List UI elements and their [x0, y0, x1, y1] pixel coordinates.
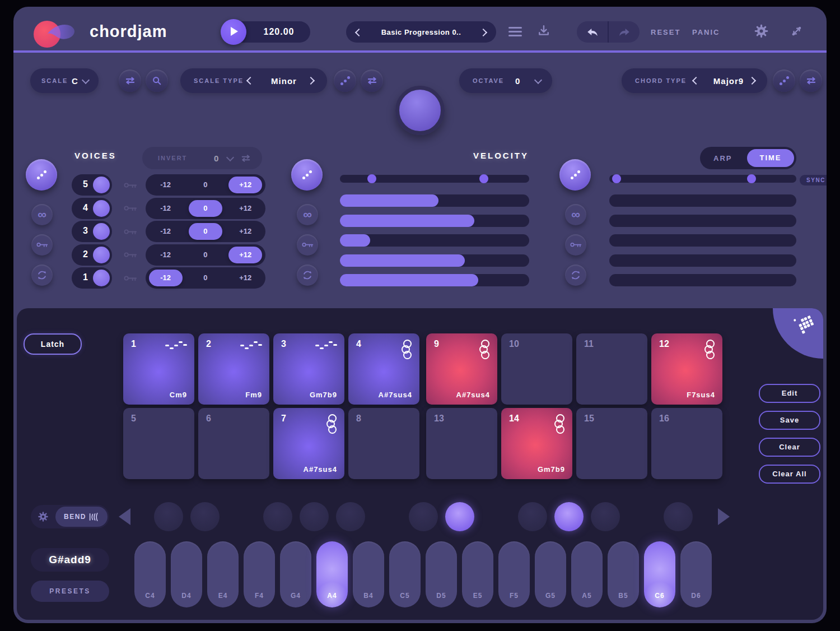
voice-offset-selector[interactable]: -120+12: [146, 244, 265, 266]
offset-option[interactable]: 0: [189, 247, 222, 263]
voice-offset-selector[interactable]: -120+12: [146, 221, 265, 242]
scale-swap-button[interactable]: [119, 69, 141, 92]
voices-keylock-button[interactable]: [31, 234, 53, 256]
offset-option[interactable]: +12: [228, 270, 262, 286]
velocity-infinity-button[interactable]: ∞: [297, 204, 318, 225]
time-keylock-button[interactable]: [565, 234, 586, 256]
key-F4[interactable]: F4: [244, 541, 275, 607]
clear-button[interactable]: Clear: [759, 438, 820, 457]
key-F5[interactable]: F5: [498, 541, 530, 607]
menu-icon[interactable]: [508, 27, 522, 39]
key-E5[interactable]: E5: [462, 541, 493, 607]
edit-button[interactable]: Edit: [759, 384, 820, 403]
preset-next-icon[interactable]: [479, 29, 487, 36]
gear-icon[interactable]: [38, 511, 49, 522]
chord-type-swap-button[interactable]: [800, 69, 822, 92]
black-key[interactable]: [518, 502, 547, 531]
time-infinity-button[interactable]: ∞: [565, 204, 586, 225]
bend-button[interactable]: BEND: [55, 507, 108, 527]
pad-12[interactable]: 12F7sus4: [651, 333, 722, 405]
pad-1[interactable]: 1Cm9: [123, 333, 194, 405]
pad-2[interactable]: 2Fm9: [198, 333, 269, 405]
time-slider[interactable]: [609, 194, 796, 207]
time-slider[interactable]: [609, 234, 796, 247]
chevron-down-icon[interactable]: [534, 76, 542, 84]
offset-option[interactable]: -12: [149, 223, 183, 240]
offset-option[interactable]: -12: [149, 247, 183, 263]
preset-selector[interactable]: Basic Progression 0..: [346, 21, 496, 43]
pad-4[interactable]: 4A#7sus4: [348, 333, 419, 405]
voice-offset-selector[interactable]: -120+12: [146, 198, 265, 219]
pad-16[interactable]: 16: [651, 408, 722, 479]
preset-prev-icon[interactable]: [355, 29, 363, 36]
scale-value[interactable]: C: [72, 76, 78, 86]
key-C6[interactable]: C6: [644, 541, 675, 607]
black-key[interactable]: [664, 502, 693, 531]
key-C5[interactable]: C5: [389, 541, 421, 607]
redo-button[interactable]: [609, 21, 640, 43]
time-random-knob[interactable]: [559, 159, 591, 191]
velocity-keylock-button[interactable]: [297, 234, 318, 256]
black-key[interactable]: [409, 502, 438, 531]
voice-toggle[interactable]: [93, 177, 110, 193]
chord-type-prev-icon[interactable]: [692, 77, 700, 85]
voice-offset-selector[interactable]: -120+12: [146, 267, 265, 289]
keyboard-next-icon[interactable]: [718, 508, 730, 525]
key-A5[interactable]: A5: [571, 541, 603, 607]
range-handle-high[interactable]: [479, 174, 488, 183]
offset-option[interactable]: +12: [228, 223, 262, 240]
pad-15[interactable]: 15: [576, 408, 647, 479]
time-slider[interactable]: [609, 274, 796, 286]
offset-option[interactable]: +12: [228, 177, 262, 193]
key-B4[interactable]: B4: [353, 541, 384, 607]
scale-type-swap-button[interactable]: [361, 69, 383, 92]
black-key[interactable]: [154, 502, 183, 531]
key-D4[interactable]: D4: [171, 541, 202, 607]
scale-type-next-icon[interactable]: [307, 77, 315, 85]
key-A4[interactable]: A4: [316, 541, 348, 607]
grid-corner-button[interactable]: [773, 308, 823, 359]
scale-type-prev-icon[interactable]: [246, 77, 254, 85]
key-E4[interactable]: E4: [207, 541, 239, 607]
velocity-cycle-button[interactable]: [297, 265, 318, 286]
pad-11[interactable]: 11: [576, 333, 647, 405]
velocity-slider[interactable]: [340, 215, 529, 227]
octave-value[interactable]: 0: [515, 76, 520, 86]
key-D5[interactable]: D5: [426, 541, 457, 607]
pad-5[interactable]: 5: [123, 408, 194, 479]
chevron-down-icon[interactable]: [82, 76, 90, 84]
save-button[interactable]: Save: [759, 411, 820, 430]
time-option[interactable]: TIME: [747, 149, 794, 167]
voice-toggle[interactable]: [93, 200, 110, 217]
range-handle-high[interactable]: [747, 174, 756, 183]
sync-badge[interactable]: SYNC: [800, 175, 827, 185]
octave-selector[interactable]: OCTAVE 0: [459, 68, 552, 93]
time-slider[interactable]: [609, 254, 796, 267]
panic-button[interactable]: PANIC: [692, 28, 720, 36]
offset-option[interactable]: 0: [189, 270, 222, 286]
offset-option[interactable]: -12: [149, 200, 183, 217]
voices-infinity-button[interactable]: ∞: [31, 204, 53, 225]
scale-type-random-button[interactable]: [334, 69, 356, 92]
time-range-slider[interactable]: [609, 175, 796, 183]
scale-search-button[interactable]: [146, 69, 168, 92]
scale-type-selector[interactable]: SCALE TYPE Minor: [180, 68, 327, 93]
black-key[interactable]: [300, 502, 329, 531]
scale-selector[interactable]: SCALE C: [30, 68, 99, 93]
reset-button[interactable]: RESET: [651, 28, 680, 36]
black-key[interactable]: [190, 502, 220, 531]
voice-toggle[interactable]: [93, 270, 110, 286]
play-button[interactable]: [221, 19, 246, 45]
pad-14[interactable]: 14Gm7b9: [501, 408, 572, 479]
resize-button[interactable]: [790, 24, 804, 40]
clear-all-button[interactable]: Clear All: [759, 465, 820, 484]
offset-option[interactable]: -12: [149, 270, 183, 286]
chord-type-selector[interactable]: CHORD TYPE Major9: [622, 68, 767, 93]
voice-offset-selector[interactable]: -120+12: [146, 174, 265, 196]
time-slider[interactable]: [609, 215, 796, 227]
key-C4[interactable]: C4: [134, 541, 166, 607]
bpm-value[interactable]: 120.00: [251, 27, 307, 37]
download-icon[interactable]: [538, 25, 550, 39]
latch-button[interactable]: Latch: [24, 333, 82, 355]
black-key[interactable]: [591, 502, 620, 531]
